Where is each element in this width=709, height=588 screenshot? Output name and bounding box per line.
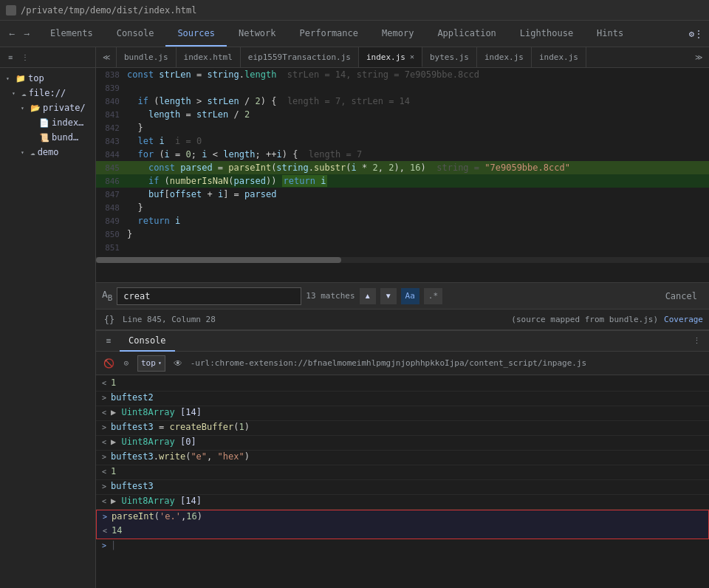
search-input[interactable] [117, 287, 301, 305]
line-num-849: 849 [96, 216, 127, 226]
sidebar-item-index-html[interactable]: 📄 index… [0, 115, 95, 130]
file-tab-eip[interactable]: eip1559Transaction.js [241, 47, 359, 67]
console-section: ≡ Console ⋮ 🚫 ⊙ top ▾ 👁 -url:chrome-exte… [96, 329, 709, 588]
sidebar-item-private[interactable]: ▾ 📂 private/ [0, 100, 95, 115]
line-content-845: const parsed = parseInt(string.substr(i … [127, 163, 570, 173]
search-next-button[interactable]: ▼ [380, 288, 397, 304]
line-content-840: if (length > strLen / 2) { length = 7, s… [127, 96, 410, 106]
console-content-parseint: parseInt('e.',16) [112, 511, 708, 522]
devtools-icon [6, 5, 16, 16]
code-line-841: 841 length = strLen / 2 [96, 108, 709, 121]
code-scrollbar[interactable] [96, 257, 709, 263]
console-arrow-parseint-result: < [103, 527, 112, 535]
line-content-841: length = strLen / 2 [127, 109, 250, 120]
file-tab-index-js-active[interactable]: index.js ✕ [359, 47, 422, 67]
file-tabs-more-left[interactable]: ≪ [96, 47, 117, 67]
more-options-button[interactable]: ⋮ [694, 29, 703, 39]
tab-console[interactable]: Console [105, 21, 166, 47]
code-line-840: 840 if (length > strLen / 2) { length = … [96, 95, 709, 108]
settings-button[interactable]: ⚙ [689, 29, 694, 39]
code-scrollbar-thumb[interactable] [96, 257, 341, 263]
line-num-843: 843 [96, 137, 127, 146]
file-tab-close-icon[interactable]: ✕ [410, 53, 414, 61]
console-line-buftest3-create: > buftest3 = createBuffer(1) [96, 421, 709, 436]
back-button[interactable]: ⟵ [6, 28, 18, 40]
code-line-843: 843 let i i = 0 [96, 134, 709, 148]
console-arrow-parseint: > [103, 513, 112, 521]
search-regex-btn[interactable]: .* [424, 288, 442, 304]
sidebar-label-private: private/ [43, 103, 86, 113]
forward-button[interactable]: ⟶ [21, 28, 32, 40]
code-line-851: 851 [96, 241, 709, 254]
sidebar-more-btn[interactable]: ⋮ [19, 52, 31, 64]
top-selector[interactable]: top ▾ [137, 355, 165, 372]
console-content-buftest3: buftest3 [111, 481, 709, 491]
sidebar-label-file: file:// [29, 88, 66, 98]
console-line-parseint-cmd: > parseInt('e.',16) [96, 510, 709, 524]
chevron-down-icon: ▾ [158, 360, 162, 366]
tab-elements[interactable]: Elements [38, 21, 105, 47]
line-num-851: 851 [96, 243, 127, 253]
file-tab-index-js-3-label: index.js [539, 52, 578, 62]
console-url-bar: -url:chrome-extension://bfnaelmomeimhlpm… [191, 358, 703, 368]
file-tab-index-js-2[interactable]: index.js [477, 47, 532, 67]
code-editor[interactable]: 838 const strLen = string.length strLen … [96, 68, 709, 282]
tab-performance[interactable]: Performance [288, 21, 370, 47]
code-line-849: 849 return i [96, 214, 709, 228]
sidebar-item-demo[interactable]: ▾ ☁ demo [0, 145, 95, 160]
search-prev-button[interactable]: ▲ [360, 288, 376, 304]
file-tabs-more-right[interactable]: ≫ [688, 47, 709, 67]
line-num-847: 847 [96, 190, 127, 199]
console-arrow-uint8-14b: < [102, 497, 111, 505]
console-content-uint8-14b: ▶ Uint8Array [14] [111, 496, 709, 506]
file-tab-bytes[interactable]: bytes.js [422, 47, 477, 67]
line-num-850: 850 [96, 230, 127, 239]
console-prompt-content[interactable]: | [111, 540, 709, 550]
tab-network[interactable]: Network [227, 21, 288, 47]
console-content-buftest2: buftest2 [111, 392, 709, 403]
tab-hints[interactable]: Hints [585, 21, 635, 47]
line-content-850: } [127, 229, 132, 239]
tab-lighthouse[interactable]: Lighthouse [508, 21, 585, 47]
top-selector-label: top [141, 358, 156, 368]
search-cancel-btn[interactable]: Cancel [660, 290, 703, 303]
line-content-844: for (i = 0; i < length; ++i) { length = … [127, 149, 362, 160]
line-content-842: } [127, 123, 143, 133]
arrow-top: ▾ [6, 75, 13, 82]
file-tab-index-js-3[interactable]: index.js [532, 47, 586, 67]
console-arrow-uint8-0: < [102, 438, 111, 446]
tab-memory[interactable]: Memory [370, 21, 425, 47]
sidebar-panel-btn[interactable]: ≡ [4, 52, 16, 64]
status-position: Line 845, Column 28 [123, 315, 216, 324]
code-area: ≪ bundle.js index.html eip1559Transactio… [96, 47, 709, 329]
console-more-btn[interactable]: ⋮ [690, 335, 703, 348]
devtools-tabs: ⟵ ⟶ Elements Console Sources Network Per… [0, 21, 709, 47]
console-line-1b: < 1 [96, 465, 709, 480]
cloud-demo-icon: ☁ [30, 148, 35, 157]
sidebar-toolbar: ≡ ⋮ [0, 47, 95, 68]
search-matches: 13 matches [306, 291, 354, 301]
console-panel-toggle[interactable]: ≡ [102, 335, 115, 348]
console-line-buftest3: > buftest3 [96, 480, 709, 495]
console-prompt-line[interactable]: > | [96, 539, 709, 555]
console-content-uint8-1: ▶ Uint8Array [14] [111, 407, 709, 417]
tab-sources[interactable]: Sources [165, 21, 227, 47]
search-case-btn[interactable]: Aa [401, 288, 419, 304]
tab-application[interactable]: Application [425, 21, 507, 47]
line-num-841: 841 [96, 110, 127, 120]
sidebar-item-top[interactable]: ▾ 📁 top [0, 71, 95, 86]
sidebar-item-bundle[interactable]: 📜 bund… [0, 130, 95, 145]
code-line-850: 850 } [96, 228, 709, 241]
console-tab[interactable]: Console [120, 331, 175, 352]
sidebar-tree: ▾ 📁 top ▾ ☁ file:// ▾ 📂 private/ 📄 index… [0, 68, 95, 588]
file-tab-index-html[interactable]: index.html [177, 47, 241, 67]
file-tab-bundle[interactable]: bundle.js [117, 47, 177, 67]
eye-icon-btn[interactable]: 👁 [170, 355, 186, 372]
file-html-icon: 📄 [39, 118, 49, 128]
status-coverage[interactable]: Coverage [664, 315, 703, 324]
search-ab-icon: AB [102, 289, 112, 303]
console-clear-btn[interactable]: 🚫 [102, 357, 115, 370]
console-filter-btn[interactable]: ⊙ [120, 357, 133, 370]
sidebar-item-file[interactable]: ▾ ☁ file:// [0, 86, 95, 100]
line-content-846: if (numberIsNaN(parsed)) return i [127, 176, 327, 186]
